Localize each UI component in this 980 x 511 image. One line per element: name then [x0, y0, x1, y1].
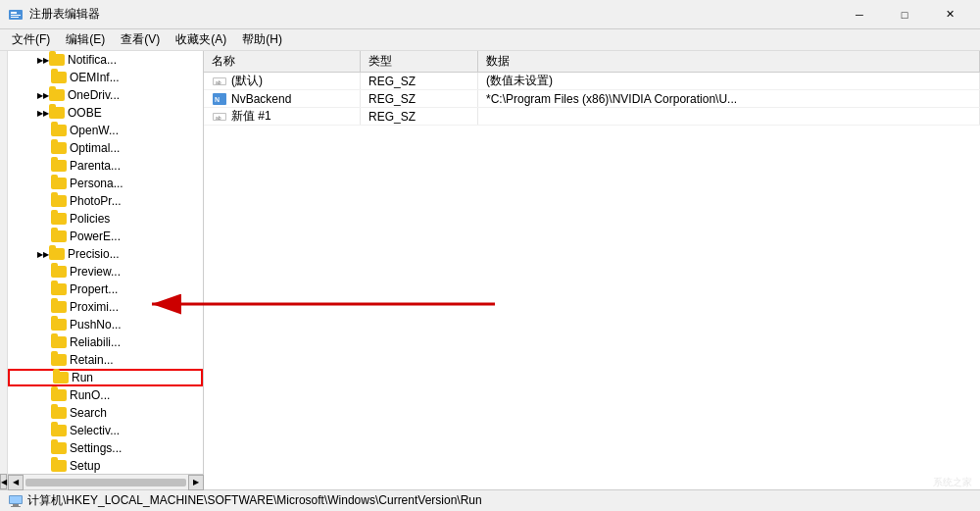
folder-icon-proximi — [51, 300, 67, 314]
menu-favorites[interactable]: 收藏夹(A) — [168, 29, 234, 51]
status-bar: 计算机\HKEY_LOCAL_MACHINE\SOFTWARE\Microsof… — [0, 489, 980, 511]
close-button[interactable]: ✕ — [927, 0, 972, 29]
col-header-name[interactable]: 名称 — [204, 51, 361, 72]
folder-icon-selectiv — [51, 424, 67, 437]
tree-label-oobe: OOBE — [68, 106, 102, 120]
folder-icon-persona — [51, 177, 67, 190]
tree-label-settings: Settings... — [70, 441, 122, 455]
tree-item-proximi[interactable]: Proximi... — [8, 298, 203, 316]
table-body[interactable]: ab (默认) REG_SZ (数值未设置) N — [204, 73, 980, 489]
table-row[interactable]: N NvBackend REG_SZ *C:\Program Files (x8… — [204, 90, 980, 108]
folder-icon-onedrive — [49, 88, 65, 102]
h-scroll-thumb — [25, 479, 186, 486]
tree-item-run[interactable]: Run — [8, 369, 203, 386]
tree-label-oeminf: OEMInf... — [70, 71, 120, 84]
cell-type-default: REG_SZ — [361, 73, 478, 89]
nvbackend-icon: N — [212, 92, 227, 106]
window-controls: ─ □ ✕ — [837, 0, 972, 29]
cell-name-nvbackend: N NvBackend — [204, 90, 361, 107]
menu-view[interactable]: 查看(V) — [113, 29, 168, 51]
folder-icon-preview — [51, 265, 67, 279]
table-row[interactable]: ab (默认) REG_SZ (数值未设置) — [204, 73, 980, 90]
tree-label-preview: Preview... — [70, 265, 121, 279]
tree-item-persona[interactable]: Persona... — [8, 175, 203, 192]
tree-item-oeminf[interactable]: OEMInf... — [8, 69, 203, 86]
watermark: 系统之家 — [933, 476, 972, 489]
scroll-right-arrow[interactable]: ▶ — [188, 475, 204, 490]
tree-label-persona: Persona... — [70, 177, 123, 190]
folder-icon-search — [51, 406, 67, 420]
folder-icon-powere — [51, 230, 67, 243]
title-bar: 注册表编辑器 ─ □ ✕ — [0, 0, 980, 29]
cell-name-default: ab (默认) — [204, 73, 361, 89]
tree-arrow-precisio: ▶ — [37, 247, 49, 261]
tree-item-photopr[interactable]: PhotoPr... — [8, 192, 203, 210]
tree-item-pushno[interactable]: PushNo... — [8, 316, 203, 333]
tree-item-preview[interactable]: Preview... — [8, 263, 203, 281]
tree-item-powere[interactable]: PowerE... — [8, 228, 203, 245]
folder-icon-policies — [51, 212, 67, 226]
tree-item-optimal[interactable]: Optimal... — [8, 139, 203, 157]
tree-label-retain: Retain... — [70, 353, 114, 367]
minimize-button[interactable]: ─ — [837, 0, 882, 29]
tree-item-onedrive[interactable]: ▶ OneDriv... — [8, 86, 203, 104]
tree-item-oobe[interactable]: ▶ OOBE — [8, 104, 203, 122]
tree-item-settings[interactable]: Settings... — [8, 439, 203, 457]
tree-item-selectiv[interactable]: Selectiv... — [8, 422, 203, 439]
svg-text:N: N — [215, 96, 220, 103]
status-path: 计算机\HKEY_LOCAL_MACHINE\SOFTWARE\Microsof… — [27, 492, 482, 509]
col-header-data[interactable]: 数据 — [478, 51, 980, 72]
tree-arrow-oobe: ▶ — [37, 106, 49, 120]
reg-sz-icon: ab — [212, 75, 227, 88]
tree-panel: ▶ Notifica... OEMInf... ▶ OneDriv... ▶ — [8, 51, 204, 489]
table-row[interactable]: ab 新值 #1 REG_SZ — [204, 108, 980, 126]
tree-item-runo[interactable]: RunO... — [8, 386, 203, 404]
menu-file[interactable]: 文件(F) — [4, 29, 58, 51]
tree-label-powere: PowerE... — [70, 230, 121, 243]
tree-label-onedrive: OneDriv... — [68, 88, 120, 102]
col-header-type[interactable]: 类型 — [361, 51, 478, 72]
tree-item-retain[interactable]: Retain... — [8, 351, 203, 369]
folder-icon-precisio — [49, 247, 65, 261]
folder-icon-settings — [51, 441, 67, 455]
tree-item-openw[interactable]: OpenW... — [8, 122, 203, 139]
tree-label-setup: Setup — [70, 459, 100, 473]
folder-icon-oobe — [49, 106, 65, 120]
folder-icon-propert — [51, 282, 67, 296]
tree-arrow-onedrive: ▶ — [37, 88, 49, 102]
folder-icon-optimal — [51, 141, 67, 155]
scroll-left-arrow[interactable]: ◀ — [8, 475, 24, 490]
menu-edit[interactable]: 编辑(E) — [58, 29, 113, 51]
tree-item-reliabili[interactable]: Reliabili... — [8, 333, 203, 351]
menu-bar: 文件(F) 编辑(E) 查看(V) 收藏夹(A) 帮助(H) — [0, 29, 980, 51]
cell-data-newval — [478, 108, 980, 125]
folder-icon-pushno — [51, 318, 67, 332]
tree-item-propert[interactable]: Propert... — [8, 281, 203, 298]
tree-item-policies[interactable]: Policies — [8, 210, 203, 228]
h-scrollbar[interactable]: ◀ ▶ — [8, 474, 204, 489]
tree-label-proximi: Proximi... — [70, 300, 119, 314]
tree-label-search: Search — [70, 406, 107, 420]
svg-text:ab: ab — [216, 115, 221, 121]
tree-label-pushno: PushNo... — [70, 318, 122, 332]
right-panel: 名称 类型 数据 ab (默 — [204, 51, 980, 489]
scroll-left-btn[interactable]: ◀ — [0, 474, 7, 489]
tree-item-setup[interactable]: Setup — [8, 457, 203, 475]
folder-icon-oeminf — [51, 71, 67, 84]
tree-item-search[interactable]: Search — [8, 404, 203, 422]
status-computer-icon — [8, 494, 24, 508]
tree-scroll[interactable]: ▶ Notifica... OEMInf... ▶ OneDriv... ▶ — [8, 51, 203, 489]
folder-icon-notifica — [49, 53, 65, 67]
svg-text:ab: ab — [216, 79, 221, 85]
maximize-button[interactable]: □ — [882, 0, 927, 29]
cell-type-nvbackend: REG_SZ — [361, 90, 478, 107]
menu-help[interactable]: 帮助(H) — [234, 29, 290, 51]
app-icon — [8, 7, 24, 23]
tree-item-parenta[interactable]: Parenta... — [8, 157, 203, 175]
svg-rect-15 — [11, 506, 21, 507]
tree-item-notifica[interactable]: ▶ Notifica... — [8, 51, 203, 69]
svg-rect-2 — [11, 15, 21, 16]
newval-icon: ab — [212, 110, 227, 124]
tree-item-precisio[interactable]: ▶ Precisio... — [8, 245, 203, 263]
tree-arrow-notifica: ▶ — [37, 53, 49, 67]
